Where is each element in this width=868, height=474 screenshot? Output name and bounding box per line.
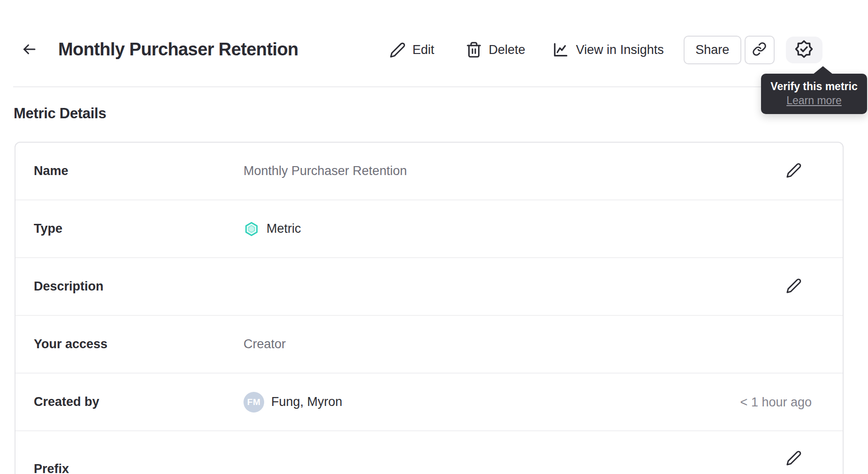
edit-prefix-button[interactable] <box>784 449 804 468</box>
verify-metric-button[interactable] <box>786 37 822 63</box>
edit-pencil-icon <box>389 42 406 58</box>
back-button[interactable] <box>20 40 38 59</box>
edit-name-button[interactable] <box>784 161 804 181</box>
delete-button-label: Delete <box>489 43 525 57</box>
delete-button[interactable]: Delete <box>465 41 525 58</box>
type-value: Metric <box>266 222 301 236</box>
metric-details-card: Name Monthly Purchaser Retention Type <box>15 142 844 474</box>
insights-button-label: View in Insights <box>576 43 664 57</box>
verify-tooltip: Verify this metric Learn more <box>761 74 867 114</box>
row-label: Your access <box>34 337 244 352</box>
copy-link-button[interactable] <box>745 36 775 64</box>
tooltip-caret-icon <box>813 66 833 74</box>
edit-pencil-icon <box>786 278 802 295</box>
detail-row-prefix: Prefix <box>15 431 843 474</box>
edit-button[interactable]: Edit <box>389 42 434 58</box>
share-button[interactable]: Share <box>684 36 741 64</box>
page-title: Monthly Purchaser Retention <box>58 39 298 60</box>
row-label: Created by <box>34 395 244 409</box>
page-header: Monthly Purchaser Retention Edit Delete <box>0 0 868 87</box>
insights-chart-icon <box>552 41 570 59</box>
header-actions: Edit Delete View in Insights <box>389 35 822 64</box>
name-value: Monthly Purchaser Retention <box>244 164 407 178</box>
row-label: Description <box>34 279 244 294</box>
section-heading: Metric Details <box>14 105 106 122</box>
row-label: Type <box>34 222 244 236</box>
header-divider <box>13 86 855 87</box>
metric-hexagon-icon <box>244 221 259 237</box>
detail-row-type: Type Metric <box>15 200 843 258</box>
edit-pencil-icon <box>786 450 802 467</box>
row-label: Prefix <box>34 462 244 474</box>
learn-more-link[interactable]: Learn more <box>786 93 842 107</box>
tooltip-title: Verify this metric <box>766 79 862 93</box>
detail-row-created-by: Created by FM Fung, Myron < 1 hour ago <box>15 374 843 431</box>
access-value: Creator <box>244 337 286 352</box>
back-arrow-icon <box>21 41 38 59</box>
detail-row-description: Description <box>15 258 843 316</box>
edit-description-button[interactable] <box>784 277 804 297</box>
created-timestamp: < 1 hour ago <box>740 395 812 409</box>
avatar: FM <box>244 392 264 413</box>
link-icon <box>752 42 767 58</box>
row-label: Name <box>34 164 244 178</box>
created-by-value: Fung, Myron <box>271 395 343 409</box>
detail-row-name: Name Monthly Purchaser Retention <box>15 143 843 200</box>
edit-button-label: Edit <box>412 43 434 57</box>
verify-badge-icon <box>794 39 814 60</box>
detail-row-access: Your access Creator <box>15 316 843 374</box>
view-in-insights-button[interactable]: View in Insights <box>552 41 664 59</box>
delete-trash-icon <box>465 41 482 58</box>
edit-pencil-icon <box>786 162 802 180</box>
